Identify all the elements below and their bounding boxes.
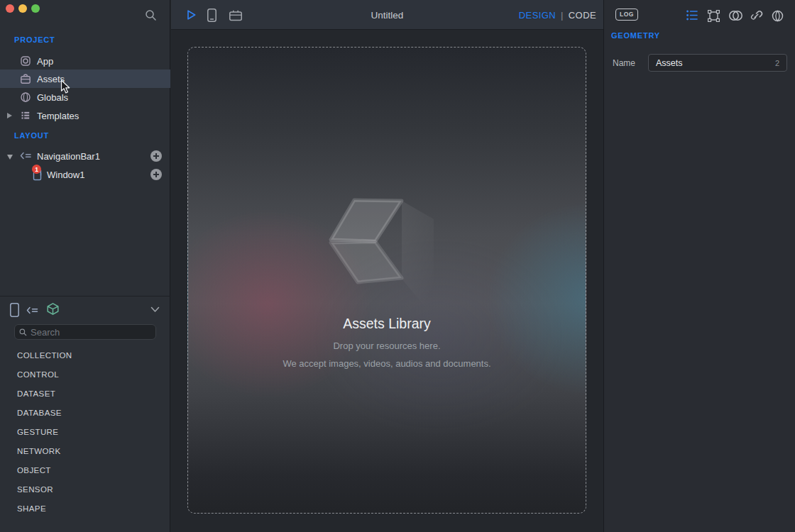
tab-design[interactable]: DESIGN [519, 10, 556, 21]
sidebar-item-label: Templates [37, 111, 79, 121]
disclosure-down-icon[interactable] [6, 154, 13, 160]
name-input[interactable]: Assets 2 [648, 54, 787, 72]
assets-briefcase-button[interactable] [229, 9, 243, 21]
zoom-button[interactable] [31, 4, 40, 13]
category-dataset[interactable]: DATASET [17, 384, 159, 403]
canvas-toolbar: Untitled DESIGN | CODE [171, 0, 603, 30]
library-toolbar [0, 301, 170, 319]
search-icon[interactable] [145, 9, 157, 21]
category-sensor[interactable]: SENSOR [17, 480, 159, 499]
play-button[interactable] [185, 9, 197, 21]
search-icon [19, 328, 27, 337]
disclosure-right-icon[interactable] [6, 112, 13, 119]
tab-code[interactable]: CODE [569, 10, 596, 21]
canvas-area: Assets Library Drop your resources here.… [171, 30, 603, 532]
category-shape[interactable]: SHAPE [17, 499, 159, 518]
briefcase-icon [20, 73, 31, 84]
minimize-button[interactable] [18, 4, 27, 13]
visibility-eye-icon[interactable] [771, 9, 784, 23]
document-title: Untitled [371, 10, 404, 21]
sidebar-item-assets[interactable]: Assets [0, 70, 170, 88]
project-section-header: PROJECT [14, 35, 55, 44]
sidebar-item-window1[interactable]: Window1 [0, 165, 170, 184]
category-control[interactable]: CONTROL [17, 365, 159, 384]
name-value: Assets [656, 58, 683, 68]
cube-icon[interactable] [46, 302, 60, 316]
geometry-section-header: GEOMETRY [611, 31, 660, 40]
category-gesture[interactable]: GESTURE [17, 422, 159, 441]
globe-icon [20, 92, 31, 103]
navigationbar-tab-icon[interactable] [25, 305, 40, 316]
category-object[interactable]: OBJECT [17, 460, 159, 480]
properties-list-icon[interactable] [686, 9, 698, 21]
add-layer-button[interactable] [150, 150, 162, 162]
sidebar-item-app[interactable]: App [0, 52, 170, 70]
error-badge: 1 [32, 165, 41, 174]
sidebar-item-templates[interactable]: Templates [0, 106, 170, 125]
link-icon[interactable] [750, 9, 763, 23]
dropzone-title: Assets Library [188, 316, 586, 332]
device-preview-button[interactable] [207, 8, 217, 23]
mode-switch: DESIGN | CODE [519, 10, 596, 21]
device-icon[interactable] [9, 302, 20, 318]
sidebar-item-label: Window1 [47, 170, 84, 180]
log-button[interactable]: LOG [615, 9, 638, 21]
chevron-down-icon[interactable] [150, 306, 160, 313]
category-collection[interactable]: COLLECTION [17, 345, 159, 365]
frame-select-icon[interactable] [707, 9, 720, 23]
library-search-field[interactable] [14, 324, 156, 340]
sidebar-item-navigationbar1[interactable]: NavigationBar1 [0, 147, 170, 165]
sidebar-item-globals[interactable]: Globals [0, 88, 170, 106]
kite-logo [326, 188, 448, 324]
name-count-badge: 2 [775, 59, 779, 67]
templates-icon [20, 110, 31, 121]
mode-separator: | [561, 10, 564, 21]
sidebar-item-label: NavigationBar1 [37, 151, 100, 162]
mouse-cursor [60, 79, 71, 94]
name-field-label: Name [613, 58, 635, 68]
add-layer-button[interactable] [150, 169, 162, 180]
sidebar-divider [0, 296, 170, 297]
assets-dropzone[interactable]: Assets Library Drop your resources here.… [187, 47, 586, 514]
category-network[interactable]: NETWORK [17, 441, 159, 460]
sidebar-item-label: App [37, 56, 53, 67]
left-sidebar: PROJECT App Assets Globals [0, 0, 170, 532]
dropzone-description: We accept images, videos, audios and doc… [188, 358, 586, 369]
app-window: { "toolbar": { "title": "Untitled", "des… [0, 0, 795, 532]
layout-section-header: LAYOUT [14, 131, 49, 140]
blend-venn-icon[interactable] [728, 9, 743, 22]
search-input[interactable] [31, 327, 151, 338]
close-button[interactable] [6, 4, 14, 13]
app-icon [20, 55, 31, 67]
category-database[interactable]: DATABASE [17, 403, 159, 422]
dropzone-subtitle: Drop your resources here. [188, 340, 586, 351]
inspector-panel: LOG GEOMETRY Name Assets 2 [603, 0, 795, 532]
navigationbar-icon [18, 150, 33, 161]
